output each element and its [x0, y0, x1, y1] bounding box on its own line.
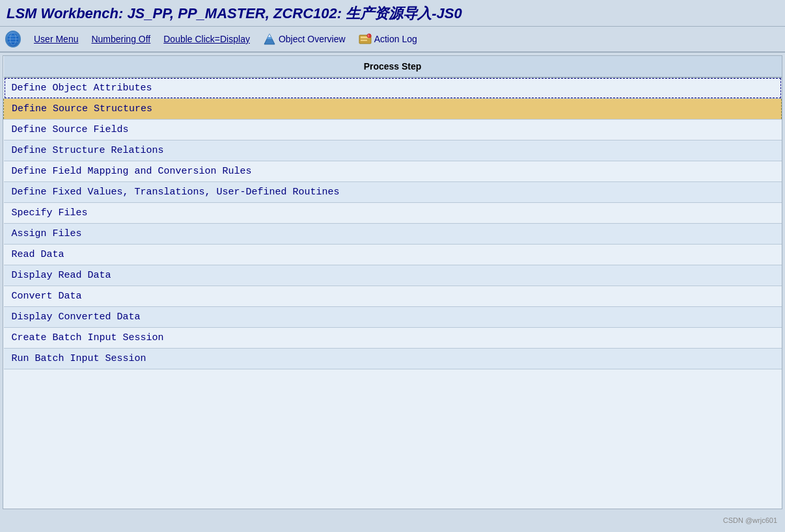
double-click-display-item[interactable]: Double Click=Display: [157, 33, 256, 46]
process-step-cell: Define Source Fields: [4, 120, 782, 140]
table-row[interactable]: Define Source Structures: [4, 99, 782, 120]
table-row[interactable]: Define Field Mapping and Conversion Rule…: [4, 161, 782, 182]
table-row[interactable]: Define Source Fields: [4, 120, 782, 140]
table-row[interactable]: Define Object Attributes: [4, 77, 782, 99]
process-step-cell: Display Converted Data: [4, 307, 782, 328]
table-row[interactable]: Define Fixed Values, Translations, User-…: [4, 182, 782, 203]
table-row[interactable]: Convert Data: [4, 286, 782, 307]
process-step-cell: Assign Files: [4, 224, 782, 245]
table-row[interactable]: Read Data: [4, 245, 782, 265]
table-row[interactable]: Display Converted Data: [4, 307, 782, 328]
mountain-svg: [263, 33, 276, 46]
process-step-cell: Convert Data: [4, 286, 782, 307]
sap-globe-icon[interactable]: [5, 30, 23, 48]
process-step-cell: Create Batch Input Session: [4, 328, 782, 349]
watermark: CSDN @wrjc601: [723, 516, 777, 524]
menu-bar: User Menu Numbering Off Double Click=Dis…: [0, 27, 785, 53]
process-step-cell: Display Read Data: [4, 265, 782, 286]
table-row[interactable]: Specify Files: [4, 203, 782, 224]
object-overview-item[interactable]: Object Overview: [256, 31, 352, 47]
process-step-cell: Run Batch Input Session: [4, 349, 782, 369]
mountain-icon: [263, 33, 276, 46]
table-row[interactable]: Create Batch Input Session: [4, 328, 782, 349]
table-row[interactable]: Assign Files: [4, 224, 782, 245]
process-step-cell: Read Data: [4, 245, 782, 265]
action-log-svg: !: [359, 33, 372, 46]
action-log-item[interactable]: ! Action Log: [352, 31, 424, 47]
process-table: Process Step Define Object AttributesDef…: [3, 56, 782, 369]
title-bar: LSM Workbench: JS_PP, PP_MASTER, ZCRC102…: [0, 0, 785, 27]
user-menu-item[interactable]: User Menu: [27, 33, 85, 46]
main-content: Process Step Define Object AttributesDef…: [3, 55, 782, 509]
table-row[interactable]: Display Read Data: [4, 265, 782, 286]
process-step-header: Process Step: [4, 56, 782, 77]
process-step-cell: Define Field Mapping and Conversion Rule…: [4, 161, 782, 182]
globe-shape: [5, 31, 21, 47]
globe-svg: [7, 32, 20, 46]
svg-rect-11: [361, 40, 367, 41]
action-log-label: Action Log: [374, 34, 417, 44]
object-overview-label: Object Overview: [279, 34, 346, 44]
table-row[interactable]: Run Batch Input Session: [4, 349, 782, 369]
table-row[interactable]: Define Structure Relations: [4, 140, 782, 161]
process-step-cell: Define Structure Relations: [4, 140, 782, 161]
window-title: LSM Workbench: JS_PP, PP_MASTER, ZCRC102…: [7, 4, 778, 23]
process-step-cell: Define Source Structures: [4, 99, 782, 120]
process-step-cell: Specify Files: [4, 203, 782, 224]
process-step-cell: Define Object Attributes: [4, 77, 782, 99]
action-log-icon: !: [359, 33, 372, 46]
process-step-cell: Define Fixed Values, Translations, User-…: [4, 182, 782, 203]
numbering-off-item[interactable]: Numbering Off: [85, 33, 157, 46]
